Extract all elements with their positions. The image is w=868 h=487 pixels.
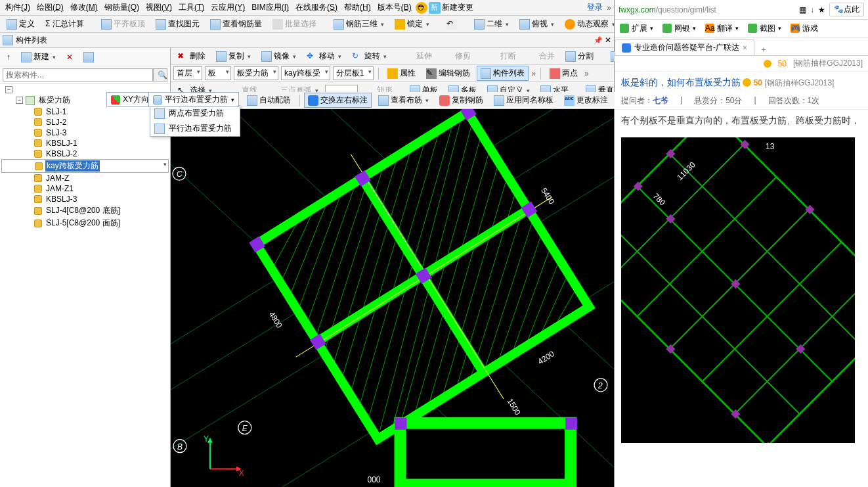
copy-rebar-button[interactable]: 复制钢筋 bbox=[435, 93, 487, 108]
tree-item[interactable]: JAM-Z bbox=[1, 173, 169, 183]
component-list-button[interactable]: 构件列表 bbox=[477, 66, 529, 81]
view-2d-button[interactable]: 二维 bbox=[470, 16, 513, 32]
question-category[interactable]: [钢筋抽样GGJ2013] bbox=[764, 78, 834, 87]
orbit-button[interactable]: 动态观察 bbox=[561, 16, 619, 32]
tree-item[interactable]: SLJ-4[C8@200 底筋] bbox=[1, 204, 169, 217]
view-top-button[interactable]: 俯视 bbox=[515, 16, 558, 32]
split-tool[interactable]: 分割 bbox=[561, 49, 597, 64]
parallel-edge-dropdown[interactable]: 平行边布置受力筋 ▾ bbox=[148, 92, 239, 107]
delete-tool[interactable]: ✖删除 bbox=[173, 49, 209, 64]
toolbar-overflow-icon[interactable]: » bbox=[531, 69, 536, 78]
find-element-button[interactable]: 查找图元 bbox=[152, 16, 204, 32]
subcategory-select[interactable]: 板受力筋 bbox=[234, 66, 278, 80]
prev-cat[interactable]: [钢筋抽样GGJ2013] bbox=[793, 58, 863, 69]
question-image[interactable]: 13 11030 780 bbox=[621, 137, 855, 443]
newchange-label[interactable]: 新建变更 bbox=[442, 2, 473, 13]
tree-item[interactable]: SLJ-1 bbox=[1, 106, 169, 117]
menu-bim[interactable]: BIM应用(I) bbox=[249, 1, 292, 14]
ext-game[interactable]: 🎮游戏 bbox=[791, 23, 818, 34]
copy-button[interactable] bbox=[79, 49, 98, 64]
menu-draw[interactable]: 绘图(D) bbox=[34, 1, 66, 14]
menu-overflow-icon[interactable]: » bbox=[607, 3, 611, 12]
break-tool[interactable]: 打断 bbox=[484, 49, 520, 64]
menu-modify[interactable]: 修改(M) bbox=[68, 1, 100, 14]
menu-help[interactable]: 帮助(H) bbox=[341, 1, 374, 14]
copy-tool[interactable]: 复制 bbox=[212, 49, 255, 64]
menu-view[interactable]: 视图(V) bbox=[143, 1, 175, 14]
layer-select[interactable]: 分层板1 bbox=[333, 66, 374, 80]
menu-version[interactable]: 版本号(B) bbox=[375, 1, 414, 14]
asker-link[interactable]: 七爷 bbox=[653, 96, 668, 105]
mirror-tool[interactable]: 镜像 bbox=[257, 49, 300, 64]
ext-extensions[interactable]: 扩展▾ bbox=[620, 23, 653, 34]
search-input[interactable] bbox=[3, 68, 153, 81]
undo-button[interactable]: ↶ bbox=[443, 17, 461, 32]
tree-item[interactable]: KBSLJ-1 bbox=[1, 138, 169, 149]
edit-rebar-button[interactable]: ✎编辑钢筋 bbox=[422, 66, 474, 81]
auto-rebar-button[interactable]: 自动配筋 bbox=[243, 93, 295, 108]
extend-tool[interactable]: 延伸 bbox=[400, 49, 436, 64]
menu-component[interactable]: 构件(J) bbox=[3, 1, 33, 14]
rebar3d-button[interactable]: 钢筋三维 bbox=[330, 16, 388, 32]
xy-direction-popup[interactable]: XY方向 bbox=[106, 92, 154, 107]
properties-button[interactable]: 属性 bbox=[383, 66, 420, 81]
level-top-button[interactable]: 平齐板顶 bbox=[97, 16, 149, 32]
tree-item-selected[interactable]: kay跨板受力筋 bbox=[1, 159, 169, 173]
tree-item[interactable]: JAM-Z1 bbox=[1, 183, 169, 194]
cad-viewport[interactable]: 4800 5400 5400 4200 1500 bbox=[171, 99, 614, 487]
relabel-button[interactable]: abc更改标注 bbox=[560, 93, 612, 108]
ext-bank[interactable]: 网银▾ bbox=[662, 23, 696, 34]
login-link[interactable]: 登录 bbox=[587, 2, 603, 13]
ext-screenshot[interactable]: 截图▾ bbox=[748, 23, 781, 34]
pin-icon[interactable]: 📌 bbox=[594, 36, 603, 45]
toolbar-overflow-icon[interactable]: » bbox=[584, 69, 589, 78]
view-rebar-button[interactable]: 查看布筋 bbox=[374, 93, 433, 108]
menu-rebarqty[interactable]: 钢筋量(Q) bbox=[102, 1, 142, 14]
favorite-icon[interactable]: ★ bbox=[818, 5, 825, 14]
item-select[interactable]: kay跨板受 bbox=[281, 66, 330, 80]
tree-item[interactable]: SLJ-3 bbox=[1, 128, 169, 138]
two-point-button[interactable]: 两点 bbox=[546, 66, 582, 81]
ext-translate[interactable]: Aa翻译▾ bbox=[705, 23, 739, 34]
swap-label-button[interactable]: 交换左右标注 bbox=[304, 93, 372, 108]
menu-two-point-layout[interactable]: 两点布置受力筋 bbox=[150, 106, 240, 121]
category-select[interactable]: 板 bbox=[205, 66, 231, 80]
check-rebar-button[interactable]: 查看钢筋量 bbox=[206, 16, 266, 32]
new-button[interactable]: 新建 bbox=[17, 49, 60, 64]
tab-close-icon[interactable]: × bbox=[743, 43, 747, 53]
tree-item[interactable]: KBSLJ-2 bbox=[1, 149, 169, 159]
new-tab-button[interactable]: ＋ bbox=[757, 44, 770, 55]
newchange-icon[interactable]: 新 bbox=[429, 2, 441, 14]
url-text[interactable]: fwxgx.com/question/giml/list bbox=[618, 5, 716, 14]
sum-button[interactable]: Σ 汇总计算 bbox=[41, 16, 88, 32]
define-button[interactable]: 定义 bbox=[3, 16, 39, 32]
nav-up-button[interactable]: ↑ bbox=[3, 49, 14, 64]
lock-button[interactable]: 锁定 bbox=[391, 16, 433, 32]
batch-select-button[interactable]: 批量选择 bbox=[269, 16, 320, 32]
hardhat-icon[interactable]: ⛑ bbox=[416, 2, 427, 14]
rotate-tool[interactable]: ↻旋转 bbox=[348, 49, 391, 64]
floor-select[interactable]: 首层 bbox=[173, 66, 202, 80]
trim-tool[interactable]: 修剪 bbox=[439, 49, 475, 64]
svg-text:4200: 4200 bbox=[536, 349, 556, 366]
menu-tools[interactable]: 工具(T) bbox=[176, 1, 207, 14]
same-name-button[interactable]: 应用同名称板 bbox=[490, 93, 557, 108]
tree-item[interactable]: SLJ-2 bbox=[1, 117, 169, 128]
search-button[interactable]: 🔍 bbox=[153, 68, 167, 81]
question-title-link[interactable]: 板是斜的，如何布置板受力筋 bbox=[621, 77, 741, 87]
menu-parallel-edge-layout[interactable]: 平行边布置受力筋 bbox=[150, 121, 240, 136]
menu-cloud[interactable]: 云应用(Y) bbox=[208, 1, 248, 14]
merge-tool[interactable]: 合并 bbox=[523, 49, 559, 64]
panel-close-icon[interactable]: ✕ bbox=[605, 35, 611, 45]
click-btn[interactable]: 🐾点此 bbox=[829, 3, 864, 16]
lock-icon[interactable]: ▦ bbox=[799, 5, 806, 14]
extensions-bar: 扩展▾ 网银▾ Aa翻译▾ 截图▾ 🎮游戏 bbox=[615, 20, 868, 37]
delete-button[interactable]: ✕ bbox=[62, 49, 77, 64]
browser-tab[interactable]: 专业造价问题答疑平台-广联达 × bbox=[615, 39, 754, 55]
drawing-canvas[interactable]: 4800 5400 5400 4200 1500 bbox=[171, 99, 614, 487]
component-tree[interactable]: − −板受力筋 SLJ-1 SLJ-2 SLJ-3 KBSLJ-1 KBSLJ-… bbox=[0, 84, 170, 487]
tree-item[interactable]: SLJ-5[C8@200 面筋] bbox=[1, 217, 169, 229]
tree-item[interactable]: KBSLJ-3 bbox=[1, 194, 169, 204]
move-tool[interactable]: ✥移动 bbox=[303, 49, 345, 64]
menu-online[interactable]: 在线服务(S) bbox=[293, 1, 340, 14]
